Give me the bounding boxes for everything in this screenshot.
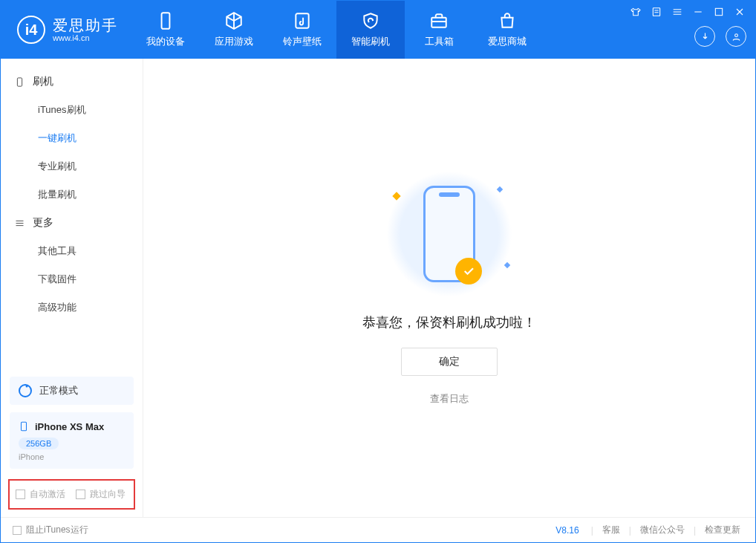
app-name-cn: 爱思助手: [53, 17, 118, 33]
option-label: 自动激活: [30, 488, 65, 501]
list-icon: [14, 218, 25, 229]
footer-link-update[interactable]: 检查更新: [702, 524, 743, 536]
refresh-shield-icon: [361, 11, 380, 30]
sidebar-item-download-firmware[interactable]: 下载固件: [1, 265, 143, 293]
main-panel: 恭喜您，保资料刷机成功啦！ 确定 查看日志: [143, 59, 755, 517]
footer-bar: 阻止iTunes运行 V8.16 | 客服 | 微信公众号 | 检查更新: [1, 517, 755, 542]
svg-rect-4: [715, 8, 722, 15]
minimize-button[interactable]: [691, 5, 705, 19]
tab-smart-flash[interactable]: 智能刷机: [336, 1, 405, 59]
tab-label: 智能刷机: [351, 35, 390, 48]
svg-rect-0: [162, 13, 170, 29]
svg-point-5: [734, 33, 737, 36]
sidebar-group-more: 更多: [1, 209, 143, 237]
version-label: V8.16: [555, 525, 579, 536]
main-tabs: 我的设备 应用游戏 铃声壁纸 智能刷机 工具箱 爱思商城: [131, 1, 541, 59]
app-logo[interactable]: i4 爱思助手 www.i4.cn: [1, 16, 131, 44]
body: 刷机 iTunes刷机 一键刷机 专业刷机 批量刷机 更多 其他工具 下载固件 …: [1, 59, 755, 517]
close-button[interactable]: [733, 5, 746, 19]
svg-rect-6: [17, 77, 22, 85]
option-auto-activate[interactable]: 自动激活: [16, 488, 65, 501]
svg-rect-1: [296, 13, 308, 28]
sidebar-scroll: 刷机 iTunes刷机 一键刷机 专业刷机 批量刷机 更多 其他工具 下载固件 …: [1, 59, 143, 369]
svg-rect-7: [22, 422, 27, 431]
sidebar: 刷机 iTunes刷机 一键刷机 专业刷机 批量刷机 更多 其他工具 下载固件 …: [1, 59, 143, 517]
success-illustration: [386, 171, 512, 297]
footer-link-support[interactable]: 客服: [599, 524, 623, 536]
app-name-en: www.i4.cn: [53, 33, 118, 42]
tab-apps-games[interactable]: 应用游戏: [200, 1, 268, 59]
tab-store[interactable]: 爱思商城: [473, 1, 541, 59]
app-window: i4 爱思助手 www.i4.cn 我的设备 应用游戏 铃声壁纸 智能刷机: [0, 0, 756, 543]
success-message: 恭喜您，保资料刷机成功啦！: [362, 313, 536, 331]
svg-rect-2: [431, 18, 446, 27]
toolbox-icon: [429, 11, 449, 30]
device-card[interactable]: iPhone XS Max 256GB iPhone: [10, 412, 134, 469]
tab-my-device[interactable]: 我的设备: [131, 1, 200, 59]
phone-illustration-icon: [423, 186, 475, 282]
footer-link-wechat[interactable]: 微信公众号: [637, 524, 688, 536]
tshirt-icon[interactable]: [629, 5, 642, 19]
sparkle-icon: [497, 186, 503, 192]
device-capacity-badge: 256GB: [19, 438, 59, 449]
mode-card[interactable]: 正常模式: [10, 377, 134, 405]
note-icon[interactable]: [650, 5, 663, 19]
sidebar-item-itunes-flash[interactable]: iTunes刷机: [1, 96, 143, 124]
tab-ringtones-wallpapers[interactable]: 铃声壁纸: [268, 1, 336, 59]
mode-label: 正常模式: [39, 384, 78, 397]
sidebar-item-advanced[interactable]: 高级功能: [1, 293, 143, 322]
options-highlight-box: 自动激活 跳过向导: [8, 479, 135, 510]
sidebar-item-other-tools[interactable]: 其他工具: [1, 237, 143, 265]
sidebar-item-pro-flash[interactable]: 专业刷机: [1, 152, 143, 181]
tab-toolbox[interactable]: 工具箱: [405, 1, 473, 59]
music-note-icon: [293, 11, 312, 30]
group-title: 刷机: [33, 75, 53, 88]
shopping-bag-icon: [498, 11, 517, 30]
option-skip-guide[interactable]: 跳过向导: [76, 488, 126, 501]
svg-rect-3: [653, 8, 659, 16]
checkbox-icon: [76, 490, 85, 499]
device-icon: [14, 77, 25, 88]
device-name: iPhone XS Max: [35, 421, 104, 432]
tab-label: 铃声壁纸: [283, 35, 322, 48]
window-controls: [629, 5, 746, 19]
sidebar-bottom: 正常模式 iPhone XS Max 256GB iPhone: [1, 369, 143, 476]
sidebar-group-flash: 刷机: [1, 68, 143, 96]
device-small-icon: [19, 420, 29, 433]
logo-icon: i4: [17, 16, 45, 44]
tab-label: 工具箱: [425, 35, 454, 48]
sidebar-item-oneclick-flash[interactable]: 一键刷机: [1, 124, 143, 152]
option-label: 跳过向导: [90, 488, 126, 501]
tab-label: 爱思商城: [488, 35, 527, 48]
checkbox-icon[interactable]: [13, 526, 22, 535]
menu-icon[interactable]: [671, 5, 684, 19]
header-bar: i4 爱思助手 www.i4.cn 我的设备 应用游戏 铃声壁纸 智能刷机: [1, 1, 755, 59]
download-button[interactable]: [694, 26, 715, 47]
footer-block-itunes-label[interactable]: 阻止iTunes运行: [26, 524, 88, 536]
header-right: [629, 1, 746, 59]
view-log-link[interactable]: 查看日志: [430, 392, 469, 406]
success-check-badge-icon: [455, 258, 482, 284]
group-title: 更多: [33, 216, 53, 230]
tab-label: 应用游戏: [215, 35, 253, 48]
account-button[interactable]: [726, 26, 746, 47]
tab-label: 我的设备: [146, 35, 185, 48]
sidebar-item-batch-flash[interactable]: 批量刷机: [1, 181, 143, 209]
phone-icon: [156, 11, 175, 30]
header-user-actions: [694, 26, 746, 47]
maximize-button[interactable]: [712, 5, 726, 19]
device-type: iPhone: [19, 452, 125, 461]
cube-icon: [224, 11, 244, 30]
ok-button[interactable]: 确定: [401, 348, 498, 376]
checkbox-icon: [16, 490, 25, 499]
mode-status-icon: [19, 384, 32, 397]
